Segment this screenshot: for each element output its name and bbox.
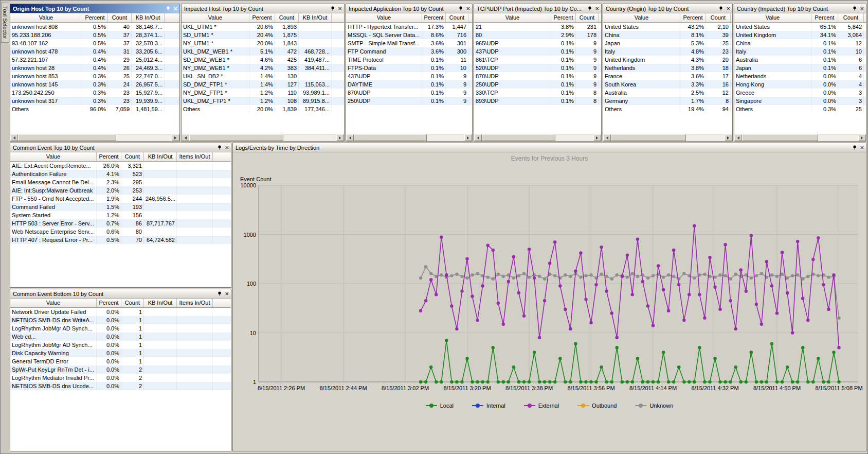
table-row[interactable]: Command Failed1.5%193 xyxy=(10,203,231,211)
table-row[interactable]: SD_UTM1 *20.4%1,875 xyxy=(182,31,344,39)
table-row[interactable]: UKL_DMZ_WEB1 *5.1%472468,728... xyxy=(182,47,344,56)
close-icon[interactable]: × xyxy=(860,145,864,150)
table-row[interactable]: 437\UDP0.1%9 xyxy=(346,72,472,80)
table-row[interactable]: unknown host 3170.3%2319,939.9... xyxy=(10,97,179,105)
horizontal-scrollbar[interactable] xyxy=(346,134,472,141)
pin-icon[interactable] xyxy=(166,6,171,11)
table-row[interactable]: 95.233.188.2060.5%3728,374.1... xyxy=(10,31,179,39)
table-row[interactable]: Australia0.1%6 xyxy=(734,56,866,64)
close-icon[interactable]: × xyxy=(225,145,229,150)
table-row[interactable]: LogRhythm JobMgr AD Synch...0.0%1 xyxy=(10,324,231,333)
column-header[interactable]: Count xyxy=(121,299,144,308)
column-header[interactable]: Percent xyxy=(97,299,121,308)
column-header[interactable]: Percent xyxy=(422,13,446,23)
column-header[interactable]: Count xyxy=(706,13,731,23)
table-row[interactable]: UKL_DMZ_FTP1 *1.2%10889,915.8... xyxy=(182,97,344,105)
close-icon[interactable]: × xyxy=(726,6,730,11)
column-header[interactable]: Value xyxy=(10,152,97,162)
table-row[interactable]: SD_DMZ_FTP1 *1.4%127115,063... xyxy=(182,80,344,89)
pin-icon[interactable] xyxy=(330,6,335,11)
tcp-udp-port-titlebar[interactable]: TCP\UDP Port (Impacted) Top 10 by Co... … xyxy=(474,4,601,13)
close-icon[interactable]: × xyxy=(338,6,342,11)
legend-item-internal[interactable]: Internal xyxy=(472,403,505,409)
common-event-bottom-titlebar[interactable]: Common Event Bottom 10 by Count × xyxy=(10,289,231,299)
table-row[interactable]: NETBIOS SMB-DS dns Ucode...0.0%2 xyxy=(10,382,231,390)
table-row[interactable]: China8.1%39 xyxy=(603,31,732,39)
country-origin-titlebar[interactable]: Country (Origin) Top 10 by Count × xyxy=(603,4,732,13)
table-row[interactable]: United States43.2%2,10 xyxy=(603,23,732,31)
table-row[interactable]: LogRhythm Mediator Invalid Pr...0.0%2 xyxy=(10,374,231,382)
table-row[interactable]: Others96.0%7,0591,481,59... xyxy=(10,105,179,113)
table-row[interactable]: Email Message Cannot Be Del...2.3%295 xyxy=(10,178,231,186)
legend-item-unknown[interactable]: Unknown xyxy=(635,403,673,409)
scroll-left-button[interactable] xyxy=(10,134,18,141)
table-row[interactable]: Others20.0%1,839177,346... xyxy=(182,105,344,113)
table-row[interactable]: United Kingdom34.1%3,064 xyxy=(734,31,866,39)
horizontal-scrollbar[interactable] xyxy=(182,134,344,141)
table-row[interactable]: AIE: Ext:Accnt Comp:Remote...26.0%3,321 xyxy=(10,162,231,170)
table-row[interactable]: Japan5.3%25 xyxy=(603,39,732,47)
table-row[interactable]: unknown host 8080.5%4038,146.7... xyxy=(10,23,179,31)
impacted-host-titlebar[interactable]: Impacted Host Top 10 by Count × xyxy=(182,4,344,13)
column-header[interactable]: Count xyxy=(576,13,599,23)
table-row[interactable]: 250\UDP0.1%9 xyxy=(346,97,472,105)
impacted-application-titlebar[interactable]: Impacted Application Top 10 by Count × xyxy=(346,4,472,13)
table-row[interactable]: unknown host 1450.3%2426,957.5... xyxy=(10,80,179,89)
table-row[interactable]: Germany1.7%8 xyxy=(603,97,732,105)
table-row[interactable]: Web cd...0.0%1 xyxy=(10,333,231,341)
table-row[interactable]: TIME Protocol0.1%11 xyxy=(346,56,472,64)
scroll-left-button[interactable] xyxy=(603,134,611,141)
column-header[interactable]: Percent xyxy=(97,152,121,162)
scroll-track[interactable] xyxy=(686,134,725,141)
column-header[interactable]: Items In/Out xyxy=(177,299,213,308)
table-row[interactable]: FTP Command3.6%300 xyxy=(346,47,472,56)
scroll-left-button[interactable] xyxy=(474,134,482,141)
column-header[interactable]: Count xyxy=(446,13,468,23)
table-row[interactable]: FTPS-Data0.1%10 xyxy=(346,64,472,72)
table-row[interactable]: United Kingdom4.3%20 xyxy=(603,56,732,64)
table-row[interactable]: DAYTIME0.1%9 xyxy=(346,80,472,89)
column-header[interactable]: Count xyxy=(121,152,144,162)
table-row[interactable]: China0.1%12 xyxy=(734,39,866,47)
scroll-track[interactable] xyxy=(283,134,336,141)
column-header[interactable]: Percent xyxy=(811,13,838,23)
table-row[interactable]: Italy0.1%10 xyxy=(734,47,866,56)
close-icon[interactable]: × xyxy=(860,6,864,11)
common-event-top-titlebar[interactable]: Common Event Top 10 by Count × xyxy=(10,143,231,152)
scroll-track[interactable] xyxy=(116,134,172,141)
scroll-thumb[interactable] xyxy=(611,134,686,141)
table-row[interactable]: 330\TCP0.1%8 xyxy=(474,89,601,97)
logs-events-titlebar[interactable]: Logs/Events by Time by Direction × xyxy=(233,143,866,152)
table-row[interactable]: 870\UDP0.1%9 xyxy=(346,89,472,97)
scroll-right-button[interactable] xyxy=(172,134,179,141)
table-row[interactable]: Authentication Failure4.1%523 xyxy=(10,170,231,178)
table-row[interactable]: Others0.3%25 xyxy=(734,105,866,113)
table-row[interactable]: 802.9%178 xyxy=(474,31,601,39)
scroll-thumb[interactable] xyxy=(354,134,427,141)
table-row[interactable]: 893\UDP0.1%8 xyxy=(474,97,601,105)
table-row[interactable]: South Korea3.3%16 xyxy=(603,80,732,89)
scroll-track[interactable] xyxy=(427,134,464,141)
table-row[interactable]: Netherlands0.0%4 xyxy=(734,72,866,80)
close-icon[interactable]: × xyxy=(225,291,229,296)
country-impacted-titlebar[interactable]: Country (Impacted) Top 10 by Count × xyxy=(734,4,866,13)
table-row[interactable]: Network Driver Update Failed0.0%1 xyxy=(10,308,231,316)
table-row[interactable]: France3.6%17 xyxy=(603,72,732,80)
table-row[interactable]: 213.8%231 xyxy=(474,23,601,31)
scroll-thumb[interactable] xyxy=(742,134,818,141)
table-row[interactable]: Disk Capacity Warning0.0%1 xyxy=(10,349,231,357)
scroll-thumb[interactable] xyxy=(18,134,116,141)
table-row[interactable]: NETBIOS SMB-DS dns WriteA...0.0%1 xyxy=(10,316,231,324)
table-row[interactable]: Web Netscape Enterprise Serv...0.6%80 xyxy=(10,228,231,236)
column-header[interactable]: Count xyxy=(275,13,299,23)
scroll-left-button[interactable] xyxy=(346,134,354,141)
pin-icon[interactable] xyxy=(587,6,592,11)
pin-icon[interactable] xyxy=(852,6,857,11)
table-row[interactable]: UKL_SN_DB2 *1.4%130 xyxy=(182,72,344,80)
table-row[interactable]: 93.48.107.1620.5%3732,570.3... xyxy=(10,39,179,47)
table-row[interactable]: NY_DMZ_FTP1 *1.2%11093,989.1... xyxy=(182,89,344,97)
table-row[interactable]: unknown host 4780.4%3133,205.6... xyxy=(10,47,179,56)
scroll-right-button[interactable] xyxy=(593,134,601,141)
table-row[interactable]: MSSQL - SQL Server Data...8.6%716 xyxy=(346,31,472,39)
table-row[interactable]: FTP - 550 - Cmd Not Accepted...1.9%24424… xyxy=(10,195,231,203)
